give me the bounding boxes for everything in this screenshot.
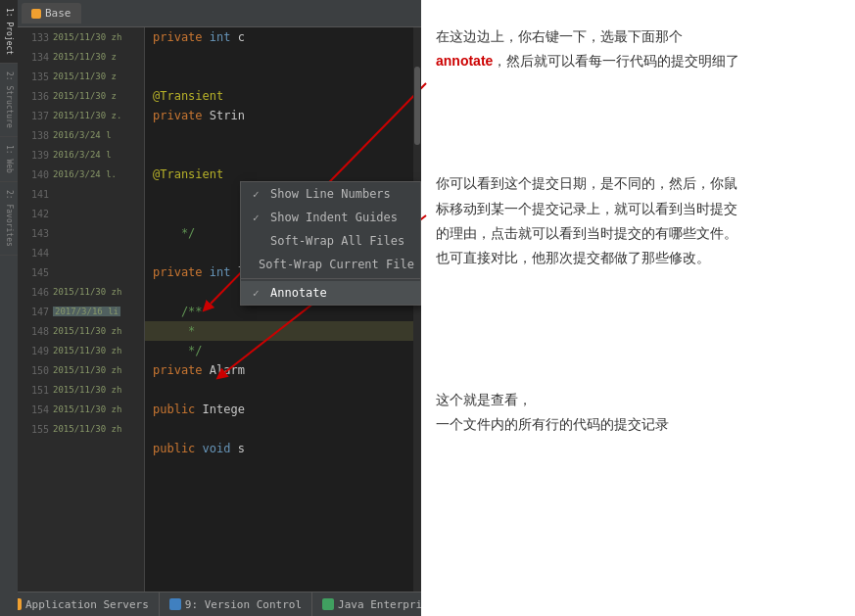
checkmark-icon xyxy=(253,212,264,224)
menu-item-label: Show Line Numbers xyxy=(270,187,391,201)
bottom-tab-label: Java Enterprise xyxy=(338,598,421,611)
gutter-row: 141 xyxy=(18,184,144,204)
gutter-row: 1482015/11/30 zh xyxy=(18,321,144,341)
scrollbar-thumb[interactable] xyxy=(414,67,420,145)
annotation-text-3: 这个就是查看，一个文件内的所有行的代码的提交记录 xyxy=(436,388,840,437)
code-row: private Strin xyxy=(145,106,421,125)
menu-item-label: Show Indent Guides xyxy=(270,211,398,224)
gutter-row: 1342015/11/30 z xyxy=(18,47,144,67)
arrow-overlay xyxy=(421,0,855,616)
version-control-icon xyxy=(169,598,181,610)
annotation-text-2: 你可以看到这个提交日期，是不同的，然后，你鼠标移动到某一个提交记录上，就可以看到… xyxy=(436,171,840,270)
menu-item-label: Soft-Wrap All Files xyxy=(270,234,404,248)
bottom-tab-label: 9: Version Control xyxy=(185,598,302,611)
gutter-row: 1352015/11/30 z xyxy=(18,67,144,86)
annotation-area: 在这边边上，你右键一下，选最下面那个annotate，然后就可以看每一行代码的提… xyxy=(421,0,855,616)
code-row xyxy=(145,47,421,67)
gutter-row: 1492015/11/30 zh xyxy=(18,341,144,360)
gutter-row-highlighted: 1472017/3/16 li xyxy=(18,302,144,321)
code-row: */ xyxy=(145,341,421,360)
code-row: private Alarm xyxy=(145,360,421,380)
tabs-bar: Base xyxy=(18,0,421,27)
scrollbar-track[interactable] xyxy=(413,27,421,592)
code-row xyxy=(145,67,421,86)
menu-item-soft-wrap-all[interactable]: Soft-Wrap All Files xyxy=(241,229,420,253)
annotation-block-2: 你可以看到这个提交日期，是不同的，然后，你鼠标移动到某一个提交记录上，就可以看到… xyxy=(436,171,840,270)
code-area: private int c @Transient private Strin @… xyxy=(145,27,421,592)
vertical-tabs: 1: Project 2: Structure 1: Web 2: Favori… xyxy=(0,0,18,616)
code-row: private int c xyxy=(145,27,421,47)
bottom-tab-label: Application Servers xyxy=(25,598,149,611)
bottom-tab-app-servers[interactable]: Application Servers xyxy=(0,592,160,616)
ide-container: 1: Project 2: Structure 1: Web 2: Favori… xyxy=(0,0,421,616)
code-row: @Transient xyxy=(145,86,421,106)
gutter-row: 142 xyxy=(18,204,144,223)
menu-item-label: Annotate xyxy=(270,286,327,300)
code-row xyxy=(145,145,421,165)
gutter-row: 1502015/11/30 zh xyxy=(18,360,144,380)
vtab-web[interactable]: 1: Web xyxy=(0,137,18,182)
editor-area: 1332015/11/30 zh 1342015/11/30 z 1352015… xyxy=(18,27,421,592)
gutter-row: 1542015/11/30 zh xyxy=(18,400,144,419)
gutter-row: 144 xyxy=(18,243,144,262)
checkmark-icon xyxy=(253,188,264,201)
code-row: * xyxy=(145,321,421,341)
gutter: 1332015/11/30 zh 1342015/11/30 z 1352015… xyxy=(18,27,145,592)
checkmark-icon xyxy=(253,287,264,300)
gutter-row: 1382016/3/24 l xyxy=(18,125,144,145)
active-tab[interactable]: Base xyxy=(22,3,81,24)
context-menu: Show Line Numbers Show Indent Guides Sof… xyxy=(240,181,421,306)
bottom-bar: Application Servers 9: Version Control J… xyxy=(0,592,421,616)
gutter-row: 143 xyxy=(18,223,144,243)
gutter-row: 1332015/11/30 zh xyxy=(18,27,144,47)
code-row xyxy=(145,419,421,439)
menu-item-soft-wrap-current[interactable]: Soft-Wrap Current File xyxy=(241,253,420,276)
annotate-highlight: annotate xyxy=(436,53,493,69)
annotation-block-3: 这个就是查看，一个文件内的所有行的代码的提交记录 xyxy=(436,388,840,437)
gutter-row: 1362015/11/30 z xyxy=(18,86,144,106)
annotation-block-1: 在这边边上，你右键一下，选最下面那个annotate，然后就可以看每一行代码的提… xyxy=(436,24,840,73)
gutter-row: 145 xyxy=(18,262,144,282)
code-row: public Intege xyxy=(145,400,421,419)
code-row xyxy=(145,125,421,145)
vtab-project[interactable]: 1: Project xyxy=(0,0,18,64)
menu-item-label: Soft-Wrap Current File xyxy=(259,258,414,271)
code-row: public void s xyxy=(145,439,421,458)
tab-label: Base xyxy=(45,7,71,20)
bottom-tab-version-control[interactable]: 9: Version Control xyxy=(160,592,312,616)
gutter-row: 1552015/11/30 zh xyxy=(18,419,144,439)
gutter-row: 1392016/3/24 l xyxy=(18,145,144,165)
menu-separator xyxy=(241,278,420,279)
tab-icon xyxy=(31,9,41,19)
gutter-row: 1512015/11/30 zh xyxy=(18,380,144,400)
menu-item-annotate[interactable]: Annotate xyxy=(241,281,420,305)
gutter-row: 1372015/11/30 z. xyxy=(18,106,144,125)
menu-item-show-line-numbers[interactable]: Show Line Numbers xyxy=(241,182,420,206)
menu-item-show-indent-guides[interactable]: Show Indent Guides xyxy=(241,206,420,229)
vtab-structure[interactable]: 2: Structure xyxy=(0,64,18,137)
gutter-row: 1462015/11/30 zh xyxy=(18,282,144,302)
java-enterprise-icon xyxy=(322,598,334,610)
code-row xyxy=(145,380,421,400)
gutter-row: 1402016/3/24 l. xyxy=(18,165,144,184)
bottom-tab-java-enterprise[interactable]: Java Enterprise xyxy=(312,592,421,616)
annotation-text-1: 在这边边上，你右键一下，选最下面那个annotate，然后就可以看每一行代码的提… xyxy=(436,24,840,73)
vtab-favorites[interactable]: 2: Favorites xyxy=(0,182,18,256)
